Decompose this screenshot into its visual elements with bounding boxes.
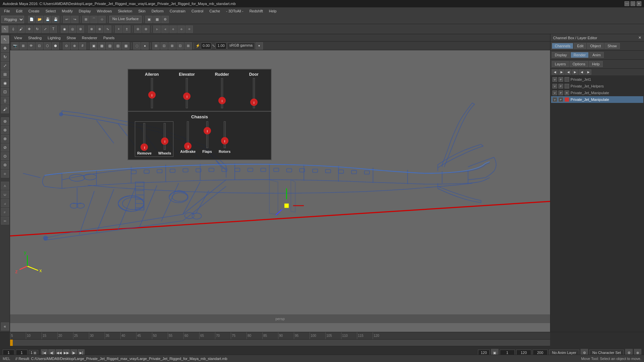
- vp-shading-btn-2[interactable]: ▦: [98, 42, 105, 50]
- vp-menu-shading[interactable]: Shading: [25, 35, 44, 41]
- soft-select-tool[interactable]: ◉: [1, 79, 9, 87]
- ik-handle-button[interactable]: ⊕: [96, 25, 103, 33]
- door-handle[interactable]: [250, 99, 258, 106]
- collapse-right-panel[interactable]: ✕: [638, 36, 641, 40]
- paint-sel-tool[interactable]: 🖌: [1, 105, 9, 113]
- maximize-button[interactable]: □: [631, 1, 635, 6]
- menu-edit[interactable]: Edit: [13, 8, 25, 14]
- soft-mod3-button[interactable]: ⊛: [77, 25, 84, 33]
- lattice-tool[interactable]: ⊙: [1, 152, 9, 160]
- timeline-ruler[interactable]: 5 10 15 20 25 30 35 40 45 50 55 60 65 70…: [10, 332, 550, 340]
- show-manip-button[interactable]: +: [115, 25, 122, 33]
- layer-v-btn[interactable]: V: [552, 84, 557, 88]
- tab-help-layers[interactable]: Help: [589, 61, 603, 67]
- layer-prev2-button[interactable]: ◀: [565, 69, 571, 75]
- vp-menu-renderer[interactable]: Renderer: [79, 35, 100, 41]
- vp-res-btn-2[interactable]: ⊡: [160, 42, 168, 50]
- menu-3dtoall[interactable]: - 3DToAll -: [223, 8, 246, 14]
- flaps-handle[interactable]: [204, 127, 211, 134]
- door-track[interactable]: [253, 78, 255, 108]
- layer-prev-button[interactable]: ◀: [552, 69, 558, 75]
- render-button[interactable]: ▣: [145, 16, 153, 23]
- gimbal-button[interactable]: ⊜: [134, 25, 142, 33]
- scale-tool[interactable]: ⤢: [1, 62, 9, 70]
- extra3-button[interactable]: ⟡: [169, 25, 177, 33]
- ipr-button[interactable]: ▦: [153, 16, 161, 23]
- redo-button[interactable]: ↪: [71, 16, 78, 23]
- vp-camera-btn[interactable]: 📷: [11, 42, 19, 50]
- menu-help[interactable]: Help: [266, 8, 279, 14]
- extra-tool-4[interactable]: ⟔: [1, 208, 9, 216]
- vp-hide-btn[interactable]: 👁: [28, 42, 35, 50]
- menu-create[interactable]: Create: [26, 8, 42, 14]
- tab-display[interactable]: Display: [552, 52, 570, 58]
- last-tool-button[interactable]: T: [50, 25, 57, 33]
- move-tool[interactable]: ✥: [1, 44, 9, 52]
- airbrake-handle[interactable]: [184, 142, 192, 150]
- layer-v-btn[interactable]: V: [552, 90, 557, 95]
- vp-isolate-btn[interactable]: ⊙: [63, 42, 70, 50]
- vp-menu-view[interactable]: View: [11, 35, 25, 41]
- soft-mod-button[interactable]: ◉: [61, 25, 68, 33]
- layer-v-btn[interactable]: V: [552, 97, 557, 102]
- menu-redshlft[interactable]: Redshlft: [247, 8, 265, 14]
- vp-res-btn-4[interactable]: ⊡: [176, 42, 184, 50]
- menu-constrain[interactable]: Constrain: [167, 8, 188, 14]
- select-tool[interactable]: ↖: [1, 36, 9, 44]
- vp-smooth-btn[interactable]: ⬡: [44, 42, 51, 50]
- vp-grid-btn[interactable]: #: [79, 42, 86, 50]
- layer-v-btn[interactable]: V: [552, 77, 557, 82]
- layer-p-btn[interactable]: P: [558, 90, 563, 95]
- layer-p-btn[interactable]: P: [558, 97, 563, 102]
- extra2-button[interactable]: ◃: [161, 25, 169, 33]
- vp-shade-btn[interactable]: ⬢: [52, 42, 59, 50]
- extra5-button[interactable]: ⟣: [185, 25, 193, 33]
- vp-shading-btn-5[interactable]: ▩: [122, 42, 129, 50]
- vp-color-mode[interactable]: sRGB gamma: [227, 42, 255, 50]
- rotate-tool-button[interactable]: ↻: [34, 25, 41, 33]
- open-scene-button[interactable]: 📂: [36, 16, 43, 23]
- save-scene-button[interactable]: 💾: [44, 16, 51, 23]
- extra4-button[interactable]: ⟢: [177, 25, 185, 33]
- undo-button[interactable]: ↩: [63, 16, 70, 23]
- vp-menu-show[interactable]: Show: [64, 35, 79, 41]
- menu-windows[interactable]: Windows: [94, 8, 115, 14]
- layer-r-btn[interactable]: ·: [565, 77, 569, 82]
- rotate-tool[interactable]: ↻: [1, 53, 9, 61]
- tab-show[interactable]: Show: [604, 43, 620, 49]
- vp-num-display-1[interactable]: 0.00: [201, 43, 211, 49]
- lasso-tool[interactable]: ⟠: [1, 97, 9, 105]
- minimize-button[interactable]: —: [625, 1, 629, 6]
- layer-next-button[interactable]: ▶: [558, 69, 565, 75]
- vp-aa2-btn[interactable]: ●: [141, 42, 149, 50]
- mode-dropdown[interactable]: Rigging: [1, 16, 24, 23]
- menu-select[interactable]: Select: [43, 8, 59, 14]
- vp-shading-btn-1[interactable]: ▣: [90, 42, 97, 50]
- snap-point-button[interactable]: ⊹: [98, 16, 106, 23]
- layer-next2-button[interactable]: ▶: [572, 69, 578, 75]
- tab-layers[interactable]: Layers: [552, 61, 569, 67]
- show-manip2-button[interactable]: ±: [123, 25, 130, 33]
- menu-file[interactable]: File: [1, 8, 13, 14]
- new-scene-button[interactable]: 📄: [28, 16, 35, 23]
- vp-res-btn-1[interactable]: ⊞: [152, 42, 160, 50]
- world-button[interactable]: ⊜: [142, 25, 150, 33]
- airbrake-track[interactable]: [187, 121, 189, 148]
- layer-row[interactable]: V P · Private_Jet_Helpers: [551, 83, 643, 89]
- tab-render[interactable]: Render: [571, 52, 589, 58]
- live-surface-dropdown[interactable]: No Live Surface: [109, 16, 142, 23]
- rotors-track[interactable]: [224, 121, 226, 148]
- vp-frame-btn[interactable]: ⊞: [19, 42, 27, 50]
- soft-mod2-button[interactable]: ◎: [69, 25, 76, 33]
- save-as-button[interactable]: 💾: [52, 16, 59, 23]
- tab-object[interactable]: Object: [587, 43, 604, 49]
- lasso-tool-button[interactable]: ⟠: [9, 25, 17, 33]
- extra-tool-1[interactable]: ⟑: [1, 182, 9, 190]
- sculpt-tool[interactable]: ⊗: [1, 135, 9, 143]
- move-tool-button[interactable]: ✥: [25, 25, 33, 33]
- select-tool-button[interactable]: ↖: [1, 25, 9, 33]
- menu-cache[interactable]: Cache: [207, 8, 223, 14]
- snap-grid-button[interactable]: ⊞: [82, 16, 90, 23]
- vp-aa-btn[interactable]: ◌: [133, 42, 141, 50]
- close-button[interactable]: ✕: [637, 1, 641, 6]
